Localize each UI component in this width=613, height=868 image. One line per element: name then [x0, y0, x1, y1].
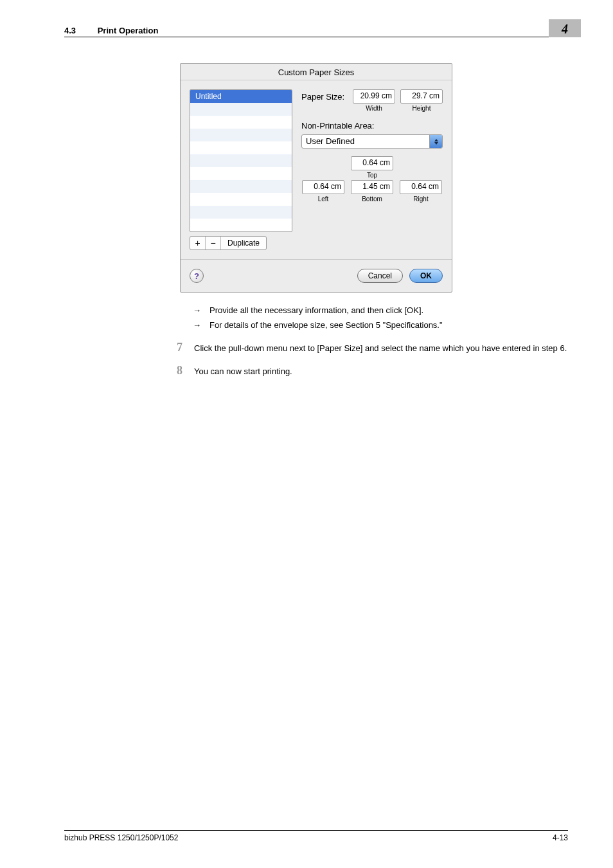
margin-bottom-label: Bottom — [362, 195, 382, 203]
ok-button[interactable]: OK — [409, 269, 443, 283]
margin-top-label: Top — [367, 172, 377, 179]
add-button[interactable]: + — [190, 237, 206, 249]
non-printable-area-label: Non-Printable Area: — [301, 121, 443, 131]
duplicate-button[interactable]: Duplicate — [221, 237, 266, 249]
margin-left-input[interactable]: 0.64 cm — [302, 180, 344, 194]
step-8: 8 You can now start printing. — [172, 364, 568, 378]
margin-right-label: Right — [413, 195, 428, 203]
height-label: Height — [413, 105, 431, 112]
step-7: 7 Click the pull-down menu next to [Pape… — [172, 341, 568, 355]
arrow-icon: → — [193, 304, 203, 317]
step-text: You can now start printing. — [194, 365, 568, 378]
footer-left: bizhub PRESS 1250/1250P/1052 — [64, 833, 178, 842]
footer-right: 4-13 — [553, 833, 568, 842]
arrow-icon: → — [193, 319, 203, 332]
bullet-text: Provide all the necessary information, a… — [209, 304, 423, 317]
section-title: Print Operation — [98, 26, 159, 35]
margin-left-label: Left — [318, 195, 329, 203]
custom-paper-sizes-dialog: Custom Paper Sizes Untitled + − Duplicat… — [180, 63, 452, 293]
step-number: 7 — [172, 341, 182, 354]
margins-grid: 0.64 cm Top 0.64 cm Left 1.45 cm Bottom … — [301, 156, 443, 204]
chapter-number-box: 4 — [549, 19, 581, 37]
section-heading: 4.3 Print Operation — [64, 26, 158, 35]
section-number: 4.3 — [64, 26, 76, 35]
list-item[interactable]: Untitled — [190, 90, 292, 103]
page-header: 4.3 Print Operation 4 — [64, 26, 568, 37]
page-footer: bizhub PRESS 1250/1250P/1052 4-13 — [64, 830, 568, 842]
instruction-bullets: → Provide all the necessary information,… — [193, 304, 578, 332]
step-text: Click the pull-down menu next to [Paper … — [194, 342, 568, 355]
sizes-listbox[interactable]: Untitled — [190, 89, 292, 232]
remove-button[interactable]: − — [206, 237, 221, 249]
paper-height-input[interactable]: 29.7 cm — [400, 89, 443, 104]
margin-right-input[interactable]: 0.64 cm — [400, 180, 442, 194]
chevron-up-down-icon — [429, 135, 442, 148]
dialog-title: Custom Paper Sizes — [181, 64, 452, 80]
width-label: Width — [366, 105, 382, 112]
step-number: 8 — [172, 364, 182, 377]
list-buttons: + − Duplicate — [190, 236, 267, 250]
margin-top-input[interactable]: 0.64 cm — [351, 156, 393, 170]
help-button[interactable]: ? — [190, 269, 204, 283]
paper-width-input[interactable]: 20.99 cm — [353, 89, 395, 104]
non-printable-area-select[interactable]: User Defined — [301, 134, 443, 149]
margin-bottom-input[interactable]: 1.45 cm — [351, 180, 393, 194]
select-value: User Defined — [302, 135, 429, 148]
cancel-button[interactable]: Cancel — [357, 269, 403, 283]
bullet-text: For details of the envelope size, see Se… — [209, 319, 443, 332]
paper-size-label: Paper Size: — [301, 89, 348, 102]
